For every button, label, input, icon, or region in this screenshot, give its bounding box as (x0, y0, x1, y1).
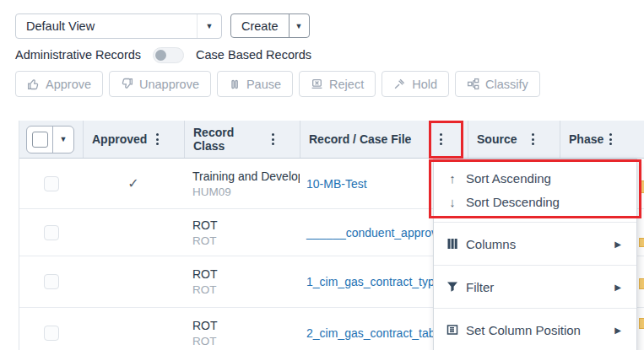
record-class-code: HUM09 (192, 186, 231, 198)
kebab-menu-icon[interactable] (528, 130, 538, 148)
create-caret-down-icon[interactable]: ▼ (289, 14, 309, 37)
column-label: Record / Case File (300, 132, 411, 146)
kebab-menu-icon[interactable] (268, 130, 278, 148)
menu-item-label: Sort Descending (466, 195, 560, 209)
column-position-icon (446, 324, 459, 336)
record-class-name: Training and Development (192, 170, 300, 183)
column-label: Approved (84, 132, 147, 146)
approved-check-icon (83, 308, 184, 350)
sort-group: ↑ Sort Ascending ↓ Sort Descending (434, 166, 636, 213)
column-label: Record Class (185, 126, 268, 153)
record-class-code: ROT (192, 335, 217, 347)
select-all-split-button[interactable]: ▼ (26, 126, 74, 153)
record-class-name: ROT (192, 267, 218, 281)
record-class-name: ROT (192, 319, 218, 332)
phase-badge-sliver (639, 318, 644, 329)
columns-icon (446, 238, 459, 250)
row-checkbox[interactable] (44, 326, 59, 341)
column-header-record-case-file[interactable]: Record / Case File (300, 121, 468, 158)
column-header-approved[interactable]: Approved (83, 121, 184, 158)
create-split-button[interactable]: Create ▼ (230, 13, 310, 38)
unapprove-button[interactable]: Unapprove (109, 71, 211, 97)
select-all-caret-down-icon[interactable]: ▼ (53, 127, 73, 153)
column-context-menu: ↑ Sort Ascending ↓ Sort Descending Colum… (433, 159, 637, 350)
reject-icon (311, 78, 323, 90)
kebab-menu-icon[interactable] (153, 130, 162, 148)
menu-item-label: Columns (466, 237, 516, 251)
record-type-toggle[interactable] (153, 47, 184, 63)
reject-button[interactable]: Reject (299, 71, 376, 97)
record-file-link[interactable]: 1_cim_gas_contract_type (306, 275, 441, 288)
kebab-menu-icon[interactable] (436, 130, 446, 148)
caret-down-icon[interactable]: ▼ (197, 14, 221, 38)
record-file-link[interactable]: 2_cim_gas_contract_tab_ (306, 326, 441, 340)
column-header-record-class[interactable]: Record Class (184, 121, 300, 158)
case-based-records-label: Case Based Records (196, 48, 311, 62)
approve-button[interactable]: Approve (15, 71, 103, 97)
column-header-phase[interactable]: Phase (560, 121, 644, 158)
record-file-link[interactable]: ______conduent_approve (306, 226, 444, 240)
approved-check-icon (83, 256, 184, 307)
classify-icon (467, 78, 479, 90)
hold-button[interactable]: Hold (382, 71, 449, 97)
reject-button-label: Reject (329, 78, 364, 91)
column-label: Source (468, 132, 517, 146)
classify-button-label: Classify (485, 78, 528, 91)
arrow-up-icon: ↑ (446, 171, 459, 186)
phase-badge-sliver (639, 238, 644, 247)
menu-item-columns[interactable]: Columns ▶ (434, 222, 636, 265)
view-select-value: Default View (16, 19, 197, 33)
menu-item-label: Filter (466, 280, 494, 294)
view-select[interactable]: Default View ▼ (15, 13, 222, 39)
approved-check-icon (83, 209, 184, 256)
record-type-toggle-row: Administrative Records Case Based Record… (15, 46, 311, 64)
classify-button[interactable]: Classify (455, 71, 540, 97)
menu-item-filter[interactable]: Filter ▶ (434, 265, 636, 308)
pause-button-label: Pause (246, 78, 281, 91)
create-button[interactable]: Create (231, 14, 289, 37)
phase-badge-sliver (639, 180, 644, 193)
menu-item-sort-ascending[interactable]: ↑ Sort Ascending (434, 166, 636, 190)
record-class-name: ROT (192, 218, 218, 232)
row-checkbox[interactable] (44, 176, 59, 191)
submenu-caret-icon: ▶ (614, 240, 621, 249)
row-checkbox[interactable] (44, 274, 59, 289)
record-file-link[interactable]: 10-MB-Test (306, 177, 367, 191)
unapprove-button-label: Unapprove (139, 78, 199, 91)
checkbox-icon (32, 132, 48, 148)
select-all-checkbox[interactable] (27, 127, 53, 153)
header-select-cell: ▼ (19, 121, 83, 158)
pause-icon (229, 78, 241, 90)
administrative-records-label: Administrative Records (15, 48, 141, 62)
pause-button[interactable]: Pause (217, 71, 293, 97)
menu-item-label: Sort Ascending (466, 171, 551, 186)
toggle-knob (155, 50, 166, 61)
table-header-row: ▼ Approved Record Class Record / Case Fi… (19, 121, 644, 159)
record-class-code: ROT (192, 283, 217, 296)
thumbs-up-icon (27, 78, 40, 90)
arrow-down-icon: ↓ (446, 195, 459, 209)
approved-check-icon: ✓ (83, 159, 184, 208)
column-header-source[interactable]: Source (468, 121, 560, 158)
submenu-caret-icon: ▶ (614, 326, 621, 335)
kebab-menu-icon[interactable] (606, 130, 615, 148)
submenu-caret-icon: ▶ (614, 283, 621, 292)
row-checkbox[interactable] (44, 225, 59, 240)
record-actions-toolbar: Approve Unapprove Pause (15, 71, 540, 97)
thumbs-down-icon (121, 78, 133, 90)
record-class-code: ROT (192, 234, 217, 247)
hold-button-label: Hold (412, 78, 437, 91)
menu-item-sort-descending[interactable]: ↓ Sort Descending (434, 190, 636, 213)
approve-button-label: Approve (46, 78, 91, 91)
menu-item-set-column-position[interactable]: Set Column Position ▶ (434, 308, 636, 350)
gavel-icon (393, 78, 406, 90)
column-label: Phase (560, 132, 603, 146)
filter-icon (446, 281, 459, 293)
menu-item-label: Set Column Position (466, 323, 581, 337)
phase-badge-sliver (639, 278, 644, 289)
